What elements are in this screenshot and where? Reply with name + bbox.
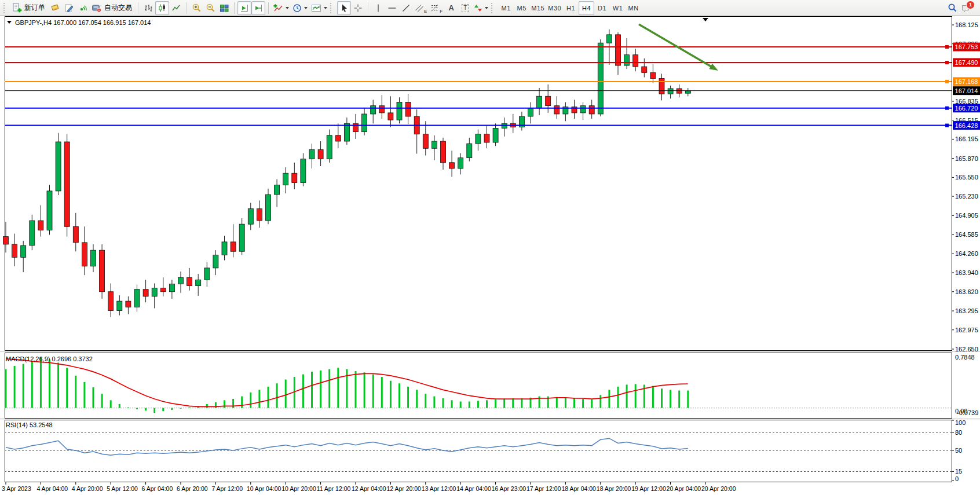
timeframe-h4-button[interactable]: H4: [579, 1, 594, 15]
fibonacci-button[interactable]: F: [429, 1, 444, 15]
channel-button[interactable]: E: [413, 1, 429, 15]
trend-arrow-line[interactable]: [639, 24, 713, 68]
candle-body: [467, 144, 472, 158]
candle-body: [441, 141, 446, 163]
price-tick-label: 164.260: [955, 250, 978, 257]
line-chart-icon: [171, 3, 181, 13]
mt4-terminal: { "toolbar": { "new_order_label": "新订单",…: [0, 0, 980, 495]
hline-handle[interactable]: [945, 80, 949, 83]
candle-body: [405, 102, 411, 116]
bar-chart-icon: [144, 3, 153, 13]
timeframe-m30-button[interactable]: M30: [546, 1, 563, 15]
chart-shift-marker[interactable]: [703, 18, 708, 21]
candle-body: [283, 173, 288, 185]
text-label-button[interactable]: T: [458, 1, 472, 15]
price-tick-label: 163.940: [955, 269, 978, 276]
trendline-icon: [401, 3, 411, 13]
candle-body: [650, 72, 656, 78]
candle-body: [38, 221, 43, 230]
equidistant-channel-icon: [415, 3, 424, 13]
level-price-label: 166.428: [955, 122, 978, 129]
auto-scroll-button[interactable]: [237, 1, 251, 15]
bar-chart-button[interactable]: [141, 1, 155, 15]
toolbar-grip[interactable]: [491, 3, 495, 13]
chart-area: 168.125167.805166.835166.515166.195165.8…: [0, 16, 980, 495]
indicators-button[interactable]: [272, 1, 291, 15]
timeframe-d1-button[interactable]: D1: [594, 1, 610, 15]
time-label: 12 Apr 20:00: [386, 485, 421, 492]
candle-body: [546, 96, 551, 105]
candle-body: [126, 301, 131, 307]
chart-shift-button[interactable]: [251, 1, 265, 15]
toolbar-grip[interactable]: [330, 3, 334, 13]
hline-handle[interactable]: [945, 61, 949, 64]
notifications-button[interactable]: 1: [959, 1, 973, 15]
candle-body: [633, 55, 638, 67]
chart-shift-icon: [254, 3, 263, 13]
templates-button[interactable]: [309, 1, 329, 15]
signals-button[interactable]: [76, 1, 90, 15]
candle-body: [554, 106, 560, 114]
indicators-icon: [273, 3, 283, 13]
hline-handle[interactable]: [945, 124, 949, 127]
arrows-button[interactable]: [472, 1, 490, 15]
zoom-in-button[interactable]: [189, 1, 203, 15]
timeframe-m15-button[interactable]: M15: [529, 1, 546, 15]
toolbar-grip[interactable]: [3, 3, 8, 13]
search-button[interactable]: [945, 1, 959, 15]
time-label: 10 Apr 04:00: [247, 485, 281, 492]
hline-handle[interactable]: [945, 107, 949, 110]
time-label: 11 Apr 12:00: [317, 485, 351, 492]
time-label: 19 Apr 12:00: [631, 485, 666, 492]
macd-label: MACD(12,26,9) 0.2696 0.3732: [6, 355, 93, 362]
toolbar-separator: [234, 2, 235, 14]
horizontal-line-button[interactable]: [385, 1, 399, 15]
timeframe-w1-button[interactable]: W1: [610, 1, 626, 15]
autotrading-button[interactable]: 自动交易: [90, 1, 135, 15]
candle-body: [56, 142, 61, 191]
candle-body: [397, 102, 402, 120]
timeframe-mn-button[interactable]: MN: [626, 1, 641, 15]
price-tick-label: 166.195: [955, 135, 978, 142]
trendline-button[interactable]: [399, 1, 413, 15]
timeframe-m1-button[interactable]: M1: [498, 1, 514, 15]
candle-body: [213, 255, 218, 268]
autotrading-icon: [92, 3, 102, 13]
candle-body: [196, 280, 201, 285]
candle-body: [117, 301, 122, 310]
tile-windows-button[interactable]: [217, 1, 231, 15]
candlestick-chart-button[interactable]: [155, 1, 169, 15]
metaeditor-button[interactable]: [62, 1, 76, 15]
auto-scroll-icon: [240, 3, 249, 13]
hline-handle[interactable]: [945, 45, 949, 49]
cursor-button[interactable]: [337, 1, 351, 15]
periods-button[interactable]: [291, 1, 309, 15]
new-order-button[interactable]: 新订单: [10, 1, 48, 15]
price-tick-label: 165.870: [955, 155, 978, 162]
rsi-level-label: 100: [955, 419, 966, 426]
candle-body: [91, 250, 96, 266]
toolbar-separator: [368, 2, 368, 14]
new-order-label: 新订单: [23, 3, 46, 13]
candle-body: [642, 67, 647, 72]
timeframe-m5-button[interactable]: M5: [514, 1, 529, 15]
zoom-out-button[interactable]: [203, 1, 217, 15]
chart-canvas[interactable]: 168.125167.805166.835166.515166.195165.8…: [0, 16, 980, 495]
text-button[interactable]: A: [444, 1, 458, 15]
rsi-line: [6, 438, 688, 455]
market-watch-button[interactable]: [48, 1, 62, 15]
candlestick-chart-icon: [158, 3, 167, 13]
crosshair-button[interactable]: [351, 1, 365, 15]
macd-max-label: 0.7848: [955, 354, 975, 361]
time-label: 18 Apr 20:00: [597, 485, 631, 492]
time-label: 13 Apr 12:00: [422, 485, 456, 492]
candle-body: [371, 106, 376, 114]
notification-badge: 1: [966, 1, 975, 9]
timeframe-h1-button[interactable]: H1: [563, 1, 579, 15]
vertical-line-button[interactable]: [371, 1, 385, 15]
time-label: 17 Apr 12:00: [526, 485, 561, 492]
candle-body: [537, 96, 542, 108]
collapse-caret-icon[interactable]: [7, 21, 12, 26]
trend-arrow-head[interactable]: [709, 64, 718, 71]
line-chart-button[interactable]: [169, 1, 183, 15]
